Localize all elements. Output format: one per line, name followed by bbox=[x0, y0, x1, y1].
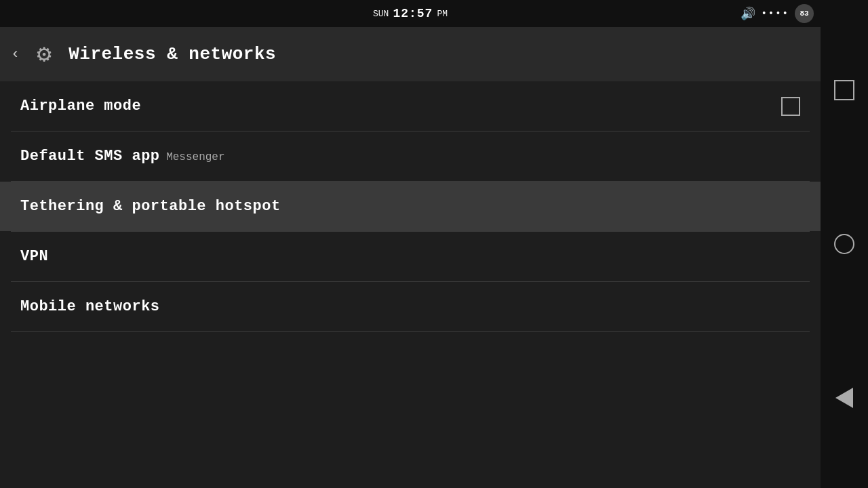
vpn-title: VPN bbox=[20, 248, 48, 265]
status-bar-icons: 🔊 •••• 83 bbox=[741, 4, 814, 23]
airplane-mode-checkbox-container[interactable] bbox=[781, 97, 800, 116]
status-period: PM bbox=[437, 9, 448, 19]
default-sms-title: Default SMS app bbox=[20, 148, 160, 165]
recent-apps-button[interactable] bbox=[829, 75, 859, 105]
divider-5 bbox=[11, 331, 810, 332]
gear-icon-container: ⚙ bbox=[29, 39, 59, 69]
default-sms-item[interactable]: Default SMS app Messenger bbox=[0, 131, 821, 181]
default-sms-subtitle: Messenger bbox=[166, 151, 224, 163]
home-button[interactable] bbox=[829, 229, 859, 259]
volume-icon: 🔊 bbox=[741, 6, 755, 21]
airplane-mode-checkbox[interactable] bbox=[781, 97, 800, 116]
status-time: 12:57 bbox=[393, 7, 433, 20]
home-icon bbox=[834, 234, 854, 254]
status-day: SUN bbox=[373, 9, 389, 19]
status-bar: SUN 12:57 PM 🔊 •••• 83 bbox=[0, 0, 821, 27]
tethering-title: Tethering & portable hotspot bbox=[20, 198, 281, 215]
back-nav-button[interactable] bbox=[829, 383, 859, 413]
mobile-networks-title: Mobile networks bbox=[20, 298, 160, 315]
settings-list: Airplane mode Default SMS app Messenger … bbox=[0, 81, 821, 488]
header-bar: ‹ ⚙ Wireless & networks bbox=[0, 27, 821, 81]
signal-dots-icon: •••• bbox=[761, 8, 789, 19]
page-title: Wireless & networks bbox=[68, 44, 276, 64]
back-icon bbox=[835, 388, 853, 408]
tethering-item[interactable]: Tethering & portable hotspot bbox=[0, 182, 821, 231]
gear-icon: ⚙ bbox=[37, 39, 52, 69]
airplane-mode-item[interactable]: Airplane mode bbox=[0, 81, 821, 131]
battery-badge: 83 bbox=[795, 4, 814, 23]
vpn-item[interactable]: VPN bbox=[0, 232, 821, 281]
back-button[interactable]: ‹ bbox=[11, 46, 20, 63]
mobile-networks-item[interactable]: Mobile networks bbox=[0, 282, 821, 331]
recent-apps-icon bbox=[834, 80, 854, 100]
nav-bar bbox=[821, 0, 868, 488]
airplane-mode-title: Airplane mode bbox=[20, 98, 141, 115]
